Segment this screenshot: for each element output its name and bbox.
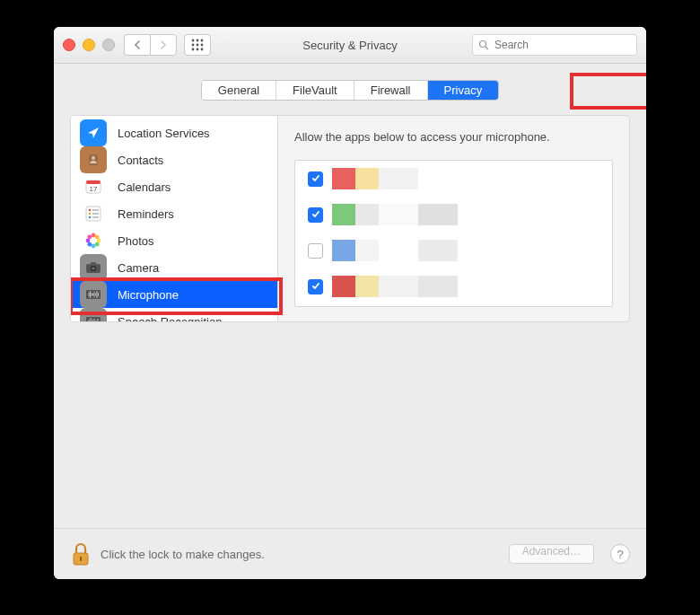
app-name-redacted [332, 240, 599, 261]
svg-point-6 [192, 48, 195, 51]
svg-line-10 [486, 47, 488, 49]
svg-point-5 [201, 44, 204, 47]
svg-text:17: 17 [90, 185, 98, 193]
svg-point-29 [87, 242, 92, 247]
sidebar-item-location[interactable]: Location Services [71, 119, 277, 146]
search-field[interactable] [472, 34, 637, 56]
advanced-button[interactable]: Advanced… [509, 544, 594, 564]
svg-point-35 [92, 267, 94, 269]
sidebar-item-photos[interactable]: Photos [71, 227, 277, 254]
app-row [295, 197, 612, 233]
svg-point-17 [89, 209, 92, 212]
sidebar-item-reminders[interactable]: Reminders [71, 200, 277, 227]
svg-point-31 [87, 234, 92, 239]
app-name-redacted [332, 276, 599, 297]
sidebar-item-label: Camera [118, 261, 159, 275]
content-area: Allow the apps below to access your micr… [278, 116, 629, 321]
contacts-icon [80, 146, 107, 173]
window-controls [63, 39, 115, 51]
camera-icon [80, 254, 107, 281]
back-button[interactable] [124, 34, 150, 56]
svg-point-18 [89, 213, 92, 215]
tab-privacy[interactable]: Privacy [428, 81, 499, 100]
app-name-redacted [332, 168, 599, 189]
forward-button[interactable] [150, 34, 177, 56]
close-icon[interactable] [63, 39, 75, 51]
tab-bar: GeneralFileVaultFirewallPrivacy [54, 80, 646, 101]
svg-point-27 [95, 242, 100, 247]
svg-point-30 [86, 239, 91, 243]
zoom-icon[interactable] [102, 39, 115, 51]
search-input[interactable] [493, 38, 631, 52]
svg-point-0 [192, 40, 195, 42]
sidebar-item-speech[interactable]: Speech Recognition [71, 308, 277, 322]
app-checkbox[interactable] [308, 171, 323, 187]
prefs-window: Security & Privacy GeneralFileVaultFirew… [54, 27, 646, 579]
sidebar-item-calendars[interactable]: 17Calendars [71, 173, 277, 200]
svg-point-9 [480, 41, 486, 48]
content-heading: Allow the apps below to access your micr… [294, 130, 613, 144]
search-icon [478, 40, 489, 50]
privacy-sidebar: Location ServicesContacts17CalendarsRemi… [71, 116, 278, 321]
svg-point-25 [95, 234, 100, 239]
main-panel: Location ServicesContacts17CalendarsRemi… [70, 115, 630, 322]
reminders-icon [80, 200, 107, 227]
minimize-icon[interactable] [83, 39, 95, 51]
show-all-button[interactable] [184, 34, 211, 56]
app-checkbox[interactable] [308, 243, 323, 259]
svg-point-8 [201, 48, 204, 51]
sidebar-item-microphone[interactable]: Microphone [71, 281, 277, 308]
svg-rect-14 [86, 180, 101, 184]
sidebar-item-label: Reminders [118, 207, 174, 221]
app-row [295, 161, 612, 197]
help-button[interactable]: ? [610, 544, 630, 564]
sidebar-item-label: Speech Recognition [118, 315, 222, 323]
lock-icon[interactable] [70, 540, 92, 567]
sidebar-item-camera[interactable]: Camera [71, 254, 277, 281]
app-checkbox[interactable] [308, 279, 323, 294]
nav-buttons [124, 34, 177, 56]
svg-point-4 [197, 44, 199, 47]
sidebar-item-label: Contacts [118, 154, 163, 167]
svg-point-28 [92, 244, 96, 249]
svg-point-19 [89, 216, 92, 219]
tab-filevault[interactable]: FileVault [276, 81, 354, 100]
footer: Click the lock to make changes. Advanced… [54, 528, 646, 579]
app-checkbox[interactable] [308, 207, 323, 223]
svg-point-23 [91, 238, 96, 243]
location-icon [80, 119, 107, 146]
app-name-redacted [332, 204, 599, 225]
annotation-highlight-tab [570, 73, 646, 110]
app-row [295, 233, 612, 268]
microphone-icon [80, 281, 107, 308]
lock-hint: Click the lock to make changes. [101, 548, 265, 561]
app-row [295, 268, 612, 304]
sidebar-item-label: Location Services [118, 127, 210, 140]
app-list [294, 160, 613, 307]
svg-point-1 [197, 40, 199, 42]
sidebar-item-label: Calendars [118, 180, 171, 194]
svg-point-12 [92, 156, 95, 160]
photos-icon [80, 227, 107, 254]
svg-point-7 [197, 48, 199, 51]
svg-point-3 [192, 44, 195, 47]
speech-icon [80, 308, 107, 322]
svg-point-2 [201, 40, 204, 42]
sidebar-item-label: Microphone [118, 288, 179, 302]
svg-point-24 [92, 233, 96, 238]
svg-rect-33 [91, 262, 96, 265]
svg-point-26 [97, 239, 101, 243]
tab-firewall[interactable]: Firewall [354, 81, 428, 100]
svg-rect-57 [80, 557, 82, 561]
tab-segment: GeneralFileVaultFirewallPrivacy [201, 80, 499, 101]
tab-general[interactable]: General [202, 81, 276, 100]
window-body: GeneralFileVaultFirewallPrivacy Location… [54, 64, 646, 579]
sidebar-item-label: Photos [118, 234, 153, 248]
calendar-icon: 17 [80, 173, 107, 200]
sidebar-item-contacts[interactable]: Contacts [71, 146, 277, 173]
titlebar: Security & Privacy [54, 27, 646, 64]
